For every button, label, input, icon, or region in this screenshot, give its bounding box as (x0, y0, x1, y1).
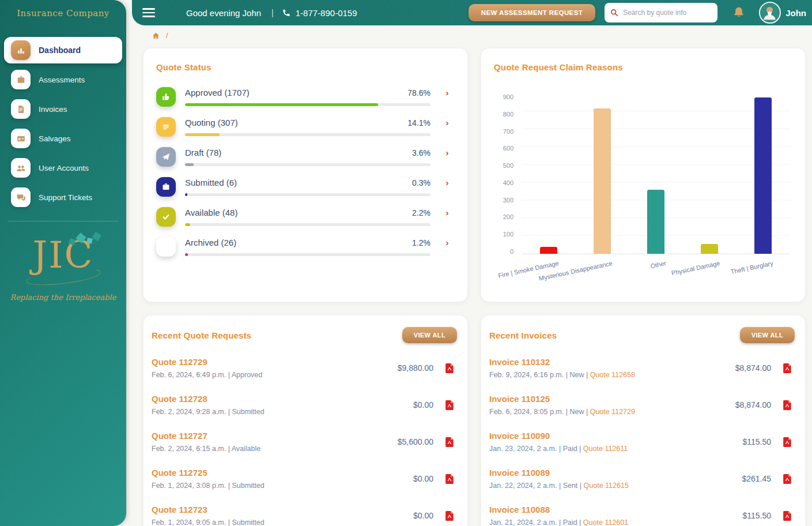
quote-link[interactable]: Quote 112725 (152, 468, 380, 478)
invoice-link[interactable]: Invoice 110090 (489, 431, 718, 441)
chart-bar-column: Fire | Smoke Damage (522, 94, 575, 254)
status-percent: 2.2% (412, 208, 430, 217)
chevron-right-icon[interactable]: › (440, 148, 455, 157)
quote-amount: $5,600.00 (380, 437, 433, 446)
invoice-link[interactable]: Invoice 110125 (489, 394, 718, 404)
invoice-amount: $8,874.00 (718, 363, 771, 373)
y-tick-label: 600 (503, 145, 513, 151)
quote-row: Quote 112723 Feb. 1, 2024, 9:05 a.m. | S… (152, 505, 458, 526)
invoice-quote-link[interactable]: Quote 112611 (583, 445, 628, 453)
support-tickets-icon (11, 187, 31, 207)
view-all-invoices-button[interactable]: VIEW ALL (740, 327, 795, 343)
sidebar-item-invoices[interactable]: Invoices (4, 96, 122, 122)
y-tick-label: 300 (503, 197, 513, 203)
pdf-file-icon (783, 510, 792, 521)
user-name: John (785, 8, 806, 18)
x-tick-label: Other (649, 260, 666, 269)
pdf-download-button[interactable] (783, 474, 796, 484)
invoice-link[interactable]: Invoice 110089 (489, 468, 718, 478)
y-tick-label: 900 (503, 94, 513, 100)
invoice-quote-link[interactable]: Quote 112729 (590, 408, 635, 416)
pdf-download-button[interactable] (445, 437, 458, 448)
quote-link[interactable]: Quote 112729 (152, 357, 380, 367)
notifications-bell-icon[interactable] (732, 6, 745, 19)
chevron-right-icon[interactable]: › (440, 118, 455, 127)
pdf-file-icon (445, 363, 454, 374)
new-assessment-request-button[interactable]: NEW ASSESSMENT REQUEST (469, 4, 595, 21)
logo-tagline: Replacing the Irreplaceable (0, 293, 126, 302)
status-label: Approved (1707) (185, 88, 250, 97)
quote-status-row: Available (48) 2.2% › (156, 207, 455, 227)
invoice-amount: $115.50 (718, 437, 771, 446)
sidebar-item-user-accounts[interactable]: User Accounts (4, 155, 122, 181)
recent-invoices-list: Invoice 110132 Feb. 9, 2024, 6:16 p.m. |… (489, 357, 796, 526)
dashboard-grid: Quote Status Approved (1707) 78.6% › (143, 48, 805, 526)
sidebar-item-label: Invoices (39, 105, 67, 114)
invoice-quote-link[interactable]: Quote 112601 (583, 519, 628, 526)
breadcrumb: / (152, 31, 168, 40)
quote-status-row: Archived (26) 1.2% › (156, 237, 455, 257)
invoice-quote-link[interactable]: Quote 112658 (590, 371, 635, 379)
status-label: Draft (78) (185, 148, 221, 157)
header-divider: | (271, 8, 274, 17)
chart-y-axis: 9008007006005004003002001000 (494, 94, 522, 254)
none-icon (156, 237, 176, 257)
chart-bar (540, 247, 557, 254)
search-box (605, 3, 717, 22)
quote-link[interactable]: Quote 112723 (152, 505, 380, 514)
pdf-file-icon (445, 510, 454, 521)
quote-amount: $0.00 (380, 474, 433, 483)
paper-plane-icon (156, 147, 176, 167)
list-icon (156, 117, 176, 137)
y-tick-label: 700 (503, 129, 513, 134)
progress-track (185, 163, 430, 166)
top-bar: Good evening John | 1-877-890-0159 NEW A… (132, 0, 812, 25)
quote-date-status: Feb. 1, 2024, 9:05 a.m. | Submitted (152, 519, 380, 526)
x-tick-label: Theft | Burglary (730, 260, 774, 275)
claim-reasons-title: Quote Request Claim Reasons (494, 62, 790, 72)
pdf-file-icon (783, 363, 792, 374)
pdf-download-button[interactable] (783, 437, 796, 448)
pdf-download-button[interactable] (783, 400, 796, 411)
search-input[interactable] (623, 9, 712, 17)
invoice-amount: $8,874.00 (718, 400, 771, 409)
view-all-quotes-button[interactable]: VIEW ALL (402, 327, 457, 343)
sidebar-divider (8, 221, 118, 221)
invoice-link[interactable]: Invoice 110132 (489, 357, 718, 367)
sidebar-item-salvages[interactable]: Salvages (4, 125, 122, 152)
quote-status-row: Approved (1707) 78.6% › (156, 87, 455, 107)
chevron-right-icon[interactable]: › (440, 238, 455, 247)
chart-bar (594, 108, 611, 254)
chart-plot-area: Fire | Smoke Damage Mysterious Disappear… (522, 94, 790, 254)
pdf-download-button[interactable] (445, 510, 458, 521)
status-percent: 3.6% (412, 148, 430, 157)
quote-link[interactable]: Quote 112728 (152, 394, 380, 404)
sidebar-item-assessments[interactable]: Assessments (4, 66, 122, 93)
progress-track (185, 193, 430, 196)
pdf-download-button[interactable] (445, 474, 458, 484)
invoice-link[interactable]: Invoice 110088 (489, 505, 718, 514)
status-percent: 0.3% (412, 178, 430, 187)
home-icon[interactable] (152, 32, 160, 40)
recent-invoices-card: Recent Invoices VIEW ALL Invoice 110132 … (481, 315, 805, 526)
quote-link[interactable]: Quote 112727 (152, 431, 380, 441)
pdf-download-button[interactable] (445, 400, 458, 411)
chevron-right-icon[interactable]: › (440, 208, 455, 217)
progress-fill (185, 103, 378, 106)
user-avatar[interactable] (759, 2, 781, 24)
quote-status-list: Approved (1707) 78.6% › Quoting (307) (156, 87, 455, 257)
menu-icon[interactable] (142, 8, 155, 17)
pdf-download-button[interactable] (783, 363, 796, 374)
chevron-right-icon[interactable]: › (440, 178, 455, 187)
recent-quotes-card: Recent Quote Requests VIEW ALL Quote 112… (143, 315, 467, 526)
progress-fill (185, 163, 194, 166)
sidebar-item-dashboard[interactable]: Dashboard (4, 37, 122, 63)
invoice-row: Invoice 110132 Feb. 9, 2024, 6:16 p.m. |… (489, 357, 796, 379)
sidebar-item-support-tickets[interactable]: Support Tickets (4, 184, 122, 211)
invoice-row: Invoice 110088 Jan. 21, 2024, 2 a.m. | P… (489, 505, 796, 526)
chevron-right-icon[interactable]: › (440, 88, 455, 97)
invoice-date-status: Jan. 23, 2024, 2 a.m. | Paid | Quote 112… (489, 445, 718, 453)
pdf-download-button[interactable] (445, 363, 458, 374)
invoice-quote-link[interactable]: Quote 112615 (584, 482, 629, 490)
pdf-download-button[interactable] (783, 510, 796, 521)
